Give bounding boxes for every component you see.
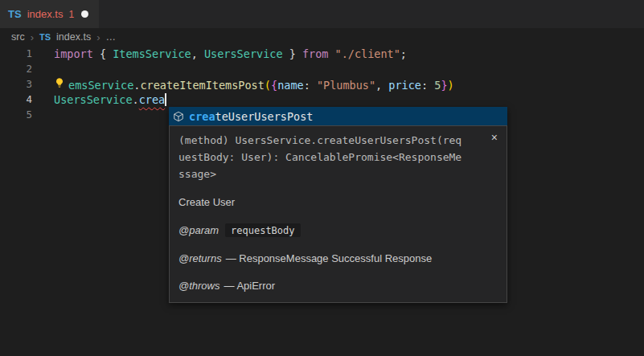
line-number: 2 [0,63,32,75]
doc-tag-line: @throws— ApiError [178,280,497,292]
code-token: } [441,79,447,92]
code-line[interactable]: 4UsersService.crea [0,92,644,107]
code-token: emsService [68,79,133,92]
doc-tag-line: @paramrequestBody [178,223,497,237]
code-line[interactable]: 1import { ItemsService, UsersService } f… [0,46,644,61]
typescript-icon: TS [8,8,22,20]
code-token: { [271,79,277,92]
breadcrumb-file[interactable]: index.ts [56,31,91,43]
code-token: crea [139,93,166,106]
code-token: { [93,47,113,60]
code-token: UsersService [204,47,283,60]
code-token: ; [400,47,407,60]
doc-tag-text: — ApiError [224,280,276,292]
tab-index-ts[interactable]: TS index.ts 1 [0,0,99,28]
line-number: 4 [0,93,32,105]
method-cube-icon [173,111,184,122]
signature-line: (method) UsersService.createUserUsersPos… [178,132,497,149]
code-token: from [302,47,329,60]
chevron-right-icon: › [31,31,34,43]
code-line[interactable]: 2 [0,61,644,76]
doc-tag-name: @returns [178,252,222,264]
suggestion-rest-text: teUserUsersPost [215,110,314,123]
code-token: "./client" [335,47,400,60]
tab-error-count-badge: 1 [68,9,74,20]
code-token: ItemsService [113,47,191,60]
signature-line: ssage> [178,166,497,182]
code-token: , [375,79,388,92]
line-number: 5 [0,108,32,121]
code-token: } [283,47,302,60]
doc-tag-name: @throws [178,280,220,292]
tab-filename: index.ts [27,8,64,20]
signature-line: uestBody: User): CancelablePromise<Respo… [178,149,497,166]
line-number: 3 [0,78,32,90]
doc-tag-name: @param [178,224,219,236]
vscode-window: TS index.ts 1 src › TS index.ts › … 1imp… [0,0,644,356]
code-token: , [191,47,204,60]
close-icon[interactable]: × [491,132,498,143]
doc-tag-line: @returns— ResponseMessage Successful Res… [178,252,497,264]
code-token: ) [448,79,454,92]
suggestion-match-text: crea [189,110,215,123]
code-token: . [133,93,139,106]
tab-bar: TS index.ts 1 [0,0,644,28]
unsaved-dot-icon[interactable] [81,10,88,18]
code-token: UsersService [54,93,133,106]
code-line[interactable]: 3emsService.createItemItemsPost({name: "… [0,76,644,92]
code-token: : [421,79,434,92]
chevron-right-icon: › [96,31,100,43]
doc-summary: Create User [178,196,497,208]
line-number: 1 [0,47,32,59]
code-token: : [304,79,317,92]
code-token: price [388,79,421,92]
typescript-icon: TS [39,32,51,42]
code-token: name [277,79,304,92]
code-token: "Plumbus" [317,79,375,92]
suggestion-label: createUserUsersPost [189,110,313,123]
code-line-content: emsService.createItemItemsPost({name: "P… [54,77,454,92]
code-line-content: import { ItemsService, UsersService } fr… [54,47,407,60]
breadcrumb-more[interactable]: … [106,31,117,43]
method-signature: (method) UsersService.createUserUsersPos… [178,132,497,182]
suggestion-docs-panel: × (method) UsersService.createUserUsersP… [169,125,507,303]
doc-tag-text: — ResponseMessage Successful Response [226,252,433,264]
lightbulb-icon[interactable] [54,77,68,92]
text-cursor [165,93,166,106]
intellisense-popup: createUserUsersPost × (method) UsersServ… [169,107,507,303]
breadcrumb: src › TS index.ts › … [0,28,644,46]
code-token: import [54,47,93,60]
code-line-content: UsersService.crea [54,93,166,106]
suggestion-item-selected[interactable]: createUserUsersPost [169,107,507,125]
code-token [328,47,334,60]
code-token: ( [265,79,271,92]
doc-tags: @paramrequestBody@returns— ResponseMessa… [178,223,497,292]
doc-param-code-chip: requestBody [225,223,300,237]
code-token: createItemItemsPost [140,79,264,92]
breadcrumb-folder[interactable]: src [11,31,25,43]
